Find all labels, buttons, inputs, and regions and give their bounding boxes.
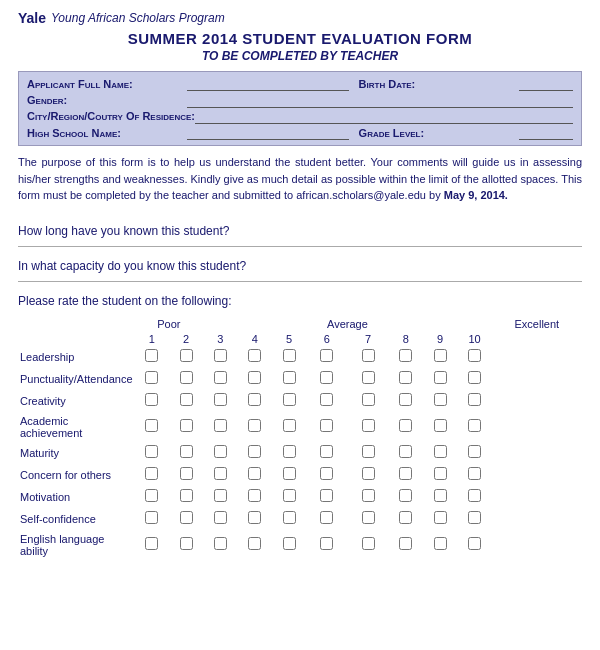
checkbox-cell[interactable]	[347, 530, 388, 560]
checkbox-cell[interactable]	[457, 346, 491, 368]
checkbox-english-language-ability-9[interactable]	[434, 537, 447, 550]
checkbox-creativity-10[interactable]	[468, 393, 481, 406]
checkbox-cell[interactable]	[238, 346, 272, 368]
checkbox-cell[interactable]	[457, 390, 491, 412]
checkbox-cell[interactable]	[389, 442, 423, 464]
checkbox-maturity-6[interactable]	[320, 445, 333, 458]
checkbox-leadership-6[interactable]	[320, 349, 333, 362]
checkbox-cell[interactable]	[347, 464, 388, 486]
checkbox-cell[interactable]	[272, 412, 306, 442]
checkbox-leadership-9[interactable]	[434, 349, 447, 362]
checkbox-punctuality/attendance-1[interactable]	[145, 371, 158, 384]
checkbox-academic-achievement-3[interactable]	[214, 419, 227, 432]
checkbox-self-confidence-7[interactable]	[362, 511, 375, 524]
checkbox-maturity-1[interactable]	[145, 445, 158, 458]
checkbox-academic-achievement-2[interactable]	[180, 419, 193, 432]
checkbox-creativity-4[interactable]	[248, 393, 261, 406]
checkbox-punctuality/attendance-4[interactable]	[248, 371, 261, 384]
checkbox-self-confidence-8[interactable]	[399, 511, 412, 524]
checkbox-motivation-6[interactable]	[320, 489, 333, 502]
checkbox-cell[interactable]	[135, 464, 169, 486]
checkbox-cell[interactable]	[423, 486, 457, 508]
checkbox-leadership-10[interactable]	[468, 349, 481, 362]
checkbox-concern-for-others-7[interactable]	[362, 467, 375, 480]
checkbox-motivation-4[interactable]	[248, 489, 261, 502]
checkbox-cell[interactable]	[389, 368, 423, 390]
checkbox-cell[interactable]	[423, 442, 457, 464]
checkbox-motivation-5[interactable]	[283, 489, 296, 502]
checkbox-cell[interactable]	[306, 530, 347, 560]
checkbox-cell[interactable]	[347, 412, 388, 442]
checkbox-cell[interactable]	[135, 486, 169, 508]
checkbox-punctuality/attendance-7[interactable]	[362, 371, 375, 384]
checkbox-cell[interactable]	[306, 442, 347, 464]
checkbox-english-language-ability-4[interactable]	[248, 537, 261, 550]
checkbox-cell[interactable]	[423, 412, 457, 442]
checkbox-english-language-ability-5[interactable]	[283, 537, 296, 550]
checkbox-cell[interactable]	[203, 368, 237, 390]
checkbox-cell[interactable]	[203, 390, 237, 412]
checkbox-concern-for-others-10[interactable]	[468, 467, 481, 480]
checkbox-academic-achievement-5[interactable]	[283, 419, 296, 432]
checkbox-self-confidence-3[interactable]	[214, 511, 227, 524]
checkbox-cell[interactable]	[238, 442, 272, 464]
checkbox-punctuality/attendance-5[interactable]	[283, 371, 296, 384]
checkbox-motivation-8[interactable]	[399, 489, 412, 502]
checkbox-academic-achievement-7[interactable]	[362, 419, 375, 432]
checkbox-cell[interactable]	[423, 464, 457, 486]
checkbox-english-language-ability-10[interactable]	[468, 537, 481, 550]
checkbox-cell[interactable]	[135, 508, 169, 530]
checkbox-concern-for-others-3[interactable]	[214, 467, 227, 480]
checkbox-cell[interactable]	[347, 486, 388, 508]
checkbox-cell[interactable]	[135, 442, 169, 464]
checkbox-self-confidence-4[interactable]	[248, 511, 261, 524]
checkbox-self-confidence-1[interactable]	[145, 511, 158, 524]
checkbox-cell[interactable]	[457, 442, 491, 464]
checkbox-academic-achievement-6[interactable]	[320, 419, 333, 432]
checkbox-cell[interactable]	[272, 486, 306, 508]
checkbox-self-confidence-2[interactable]	[180, 511, 193, 524]
checkbox-cell[interactable]	[389, 508, 423, 530]
checkbox-cell[interactable]	[238, 368, 272, 390]
checkbox-cell[interactable]	[169, 508, 203, 530]
checkbox-creativity-2[interactable]	[180, 393, 193, 406]
checkbox-cell[interactable]	[238, 508, 272, 530]
checkbox-cell[interactable]	[272, 346, 306, 368]
checkbox-maturity-7[interactable]	[362, 445, 375, 458]
checkbox-cell[interactable]	[457, 486, 491, 508]
checkbox-cell[interactable]	[203, 486, 237, 508]
checkbox-cell[interactable]	[457, 368, 491, 390]
checkbox-maturity-9[interactable]	[434, 445, 447, 458]
checkbox-maturity-8[interactable]	[399, 445, 412, 458]
checkbox-creativity-3[interactable]	[214, 393, 227, 406]
checkbox-concern-for-others-8[interactable]	[399, 467, 412, 480]
checkbox-concern-for-others-9[interactable]	[434, 467, 447, 480]
checkbox-concern-for-others-2[interactable]	[180, 467, 193, 480]
checkbox-cell[interactable]	[169, 464, 203, 486]
checkbox-maturity-10[interactable]	[468, 445, 481, 458]
checkbox-concern-for-others-6[interactable]	[320, 467, 333, 480]
checkbox-motivation-9[interactable]	[434, 489, 447, 502]
checkbox-english-language-ability-2[interactable]	[180, 537, 193, 550]
checkbox-cell[interactable]	[306, 486, 347, 508]
checkbox-cell[interactable]	[203, 442, 237, 464]
checkbox-academic-achievement-8[interactable]	[399, 419, 412, 432]
checkbox-punctuality/attendance-10[interactable]	[468, 371, 481, 384]
checkbox-cell[interactable]	[306, 368, 347, 390]
checkbox-self-confidence-6[interactable]	[320, 511, 333, 524]
checkbox-leadership-1[interactable]	[145, 349, 158, 362]
checkbox-leadership-5[interactable]	[283, 349, 296, 362]
checkbox-cell[interactable]	[306, 464, 347, 486]
checkbox-cell[interactable]	[347, 508, 388, 530]
checkbox-cell[interactable]	[423, 368, 457, 390]
checkbox-cell[interactable]	[238, 390, 272, 412]
checkbox-cell[interactable]	[423, 530, 457, 560]
checkbox-cell[interactable]	[238, 530, 272, 560]
checkbox-cell[interactable]	[389, 390, 423, 412]
checkbox-creativity-8[interactable]	[399, 393, 412, 406]
checkbox-cell[interactable]	[135, 390, 169, 412]
checkbox-cell[interactable]	[347, 346, 388, 368]
checkbox-academic-achievement-4[interactable]	[248, 419, 261, 432]
checkbox-cell[interactable]	[135, 412, 169, 442]
checkbox-cell[interactable]	[389, 530, 423, 560]
